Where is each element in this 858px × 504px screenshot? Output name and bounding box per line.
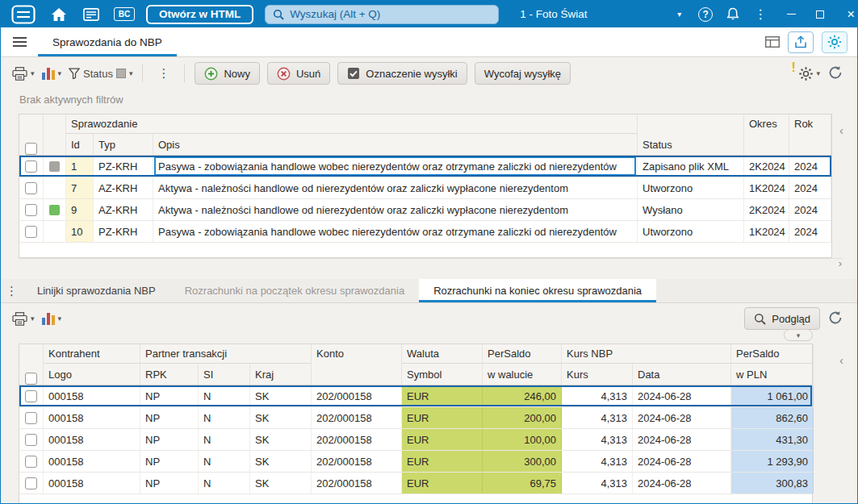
cell-kraj[interactable]: SK <box>250 385 312 406</box>
cell-kraj[interactable]: SK <box>250 407 312 428</box>
cell-w-pln[interactable]: 300,83 <box>731 473 814 494</box>
detail-refresh-button[interactable] <box>828 310 843 327</box>
cell-data[interactable]: 2024-06-28 <box>633 473 731 494</box>
maximize-button[interactable] <box>806 1 835 27</box>
table-row[interactable]: 000158 NP N SK 202/000158 EUR 200,00 4,3… <box>19 407 812 429</box>
organizer-settings-button[interactable]: ! ▾ <box>798 66 820 81</box>
cell-rpk[interactable]: NP <box>140 473 199 494</box>
cell-kraj[interactable]: SK <box>250 429 312 450</box>
refresh-button[interactable] <box>828 65 843 82</box>
row-select-cell[interactable] <box>19 221 44 242</box>
cell-w-walucie[interactable]: 69,75 <box>483 473 562 494</box>
row-checkbox[interactable] <box>25 456 37 468</box>
tab-rozrachunki-koniec[interactable]: Rozrachunki na koniec okresu sprawozdani… <box>419 279 656 302</box>
row-checkbox[interactable] <box>25 434 37 446</box>
select-all-cell[interactable] <box>19 344 44 385</box>
cell-kurs[interactable]: 4,313 <box>562 429 633 450</box>
cell-rpk[interactable]: NP <box>140 429 199 450</box>
open-in-html-button[interactable]: Otwórz w HTML <box>146 5 253 24</box>
cell-rok[interactable]: 2024 <box>789 199 831 220</box>
cell-kraj[interactable]: SK <box>250 451 312 472</box>
row-select-cell[interactable] <box>19 177 44 198</box>
cell-konto[interactable]: 202/000158 <box>312 429 402 450</box>
cell-id[interactable]: 7 <box>66 177 94 198</box>
cell-symbol[interactable]: EUR <box>402 407 483 428</box>
detail-tabs-menu-button[interactable]: ⋮ <box>1 279 23 302</box>
select-all-checkbox[interactable] <box>25 143 37 155</box>
row-checkbox[interactable] <box>25 412 37 424</box>
cell-data[interactable]: 2024-06-28 <box>633 407 731 428</box>
cell-konto[interactable]: 202/000158 <box>312 473 402 494</box>
cell-okres[interactable]: 1K2024 <box>744 177 789 198</box>
band-scroll-left-icon[interactable]: ‹ <box>839 123 843 137</box>
cell-data[interactable]: 2024-06-28 <box>633 451 731 472</box>
table-row[interactable]: 10 PZ-KRH Pasywa - zobowiązania handlowe… <box>19 221 831 243</box>
cell-data[interactable]: 2024-06-28 <box>633 385 731 406</box>
cell-typ[interactable]: PZ-KRH <box>94 156 153 177</box>
table-row[interactable]: 7 AZ-KRH Aktywa - należności handlowe od… <box>19 177 831 199</box>
cell-opis[interactable]: Aktywa - należności handlowe od nierezyd… <box>153 199 638 220</box>
cell-kurs[interactable]: 4,313 <box>562 407 633 428</box>
band-scroll-left-icon[interactable]: ‹ <box>839 353 843 367</box>
row-select-cell[interactable] <box>19 199 44 220</box>
cell-okres[interactable]: 2K2024 <box>744 199 789 220</box>
collapse-panel-button[interactable]: ▾ <box>784 329 813 341</box>
table-row[interactable]: 000158 NP N SK 202/000158 EUR 100,00 4,3… <box>19 429 812 451</box>
cell-logo[interactable]: 000158 <box>44 473 140 494</box>
more-menu-button[interactable]: ⋮ <box>749 1 772 27</box>
cell-si[interactable]: N <box>199 451 250 472</box>
cell-opis[interactable]: Pasywa - zobowiązania handlowe wobec nie… <box>153 156 638 177</box>
column-header-rpk[interactable]: RPK <box>140 364 199 385</box>
table-row[interactable]: 000158 NP N SK 202/000158 EUR 246,00 4,3… <box>19 385 812 407</box>
row-select-cell[interactable] <box>19 473 44 494</box>
registers-button[interactable] <box>82 1 101 27</box>
cell-logo[interactable]: 000158 <box>44 385 140 406</box>
cell-si[interactable]: N <box>199 385 250 406</box>
row-select-cell[interactable] <box>19 385 44 406</box>
cell-symbol[interactable]: EUR <box>402 429 483 450</box>
cell-typ[interactable]: AZ-KRH <box>94 199 153 220</box>
column-header-symbol[interactable]: Symbol <box>402 364 483 385</box>
new-button[interactable]: Nowy <box>195 62 260 85</box>
view-settings-button[interactable] <box>822 31 848 53</box>
cell-kraj[interactable]: SK <box>250 473 312 494</box>
row-checkbox[interactable] <box>25 182 37 194</box>
cell-status[interactable]: Zapisano plik XML <box>638 156 744 177</box>
withdraw-shipment-button[interactable]: Wycofaj wysyłkę <box>475 62 571 85</box>
column-header-okres[interactable]: Okres <box>744 115 789 155</box>
status-filter[interactable]: Status ▾ <box>69 68 132 80</box>
cell-typ[interactable]: AZ-KRH <box>94 177 153 198</box>
cell-symbol[interactable]: EUR <box>402 385 483 406</box>
cell-status[interactable]: Wysłano <box>638 199 744 220</box>
row-checkbox[interactable] <box>25 390 37 402</box>
row-checkbox[interactable] <box>25 160 37 173</box>
cell-status[interactable]: Utworzono <box>638 221 744 242</box>
cell-logo[interactable]: 000158 <box>44 407 140 428</box>
cell-data[interactable]: 2024-06-28 <box>633 429 731 450</box>
tab-sprawozdania-do-nbp[interactable]: Sprawozdania do NBP <box>38 27 177 56</box>
row-select-cell[interactable] <box>19 451 44 472</box>
print-button[interactable]: ▾ <box>12 67 35 81</box>
column-header-konto[interactable]: Konto <box>312 344 402 385</box>
cell-kurs[interactable]: 4,313 <box>562 385 633 406</box>
hamburger-menu-button[interactable] <box>1 27 38 56</box>
toolbar-overflow-button[interactable]: ⋮ <box>153 66 174 81</box>
cell-id[interactable]: 9 <box>66 199 94 220</box>
cell-w-pln[interactable]: 1 061,00 <box>731 385 814 406</box>
cell-si[interactable]: N <box>199 473 250 494</box>
tab-linijki-sprawozdania-nbp[interactable]: Linijki sprawozdania NBP <box>23 279 170 302</box>
cell-kurs[interactable]: 4,313 <box>562 473 633 494</box>
preview-button[interactable]: Podgląd <box>744 307 820 330</box>
cell-logo[interactable]: 000158 <box>44 429 140 450</box>
scroll-right-icon[interactable]: › <box>839 257 842 269</box>
column-header-w-pln[interactable]: w PLN <box>731 364 814 385</box>
search-input[interactable] <box>290 8 491 20</box>
chart-button[interactable]: ▾ <box>42 68 62 80</box>
row-select-cell[interactable] <box>19 156 44 177</box>
notifications-button[interactable] <box>722 1 744 27</box>
row-checkbox[interactable] <box>25 204 37 216</box>
cell-w-walucie[interactable]: 246,00 <box>483 385 562 406</box>
company-selector[interactable]: 1 - Foto Świat ▾ <box>520 1 681 27</box>
table-row[interactable]: 9 AZ-KRH Aktywa - należności handlowe od… <box>19 199 831 221</box>
detail-chart-button[interactable]: ▾ <box>42 313 62 325</box>
